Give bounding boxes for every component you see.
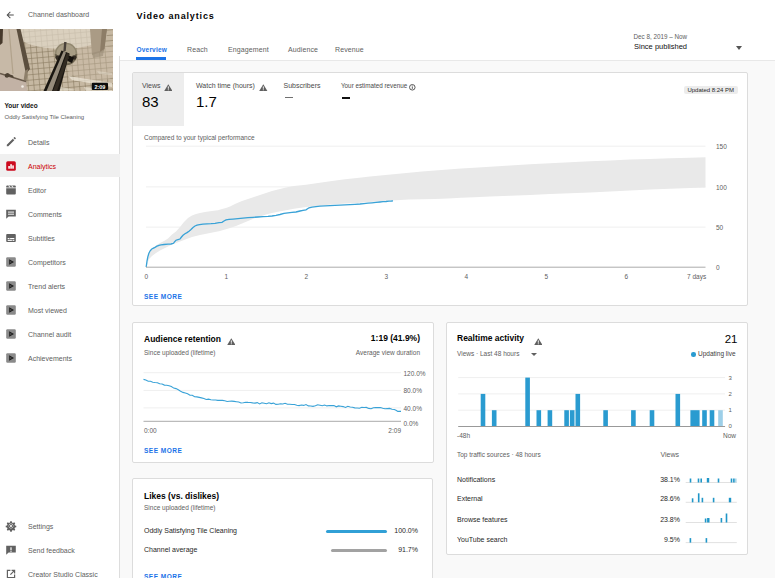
svg-text:2:09: 2:09	[94, 84, 105, 90]
